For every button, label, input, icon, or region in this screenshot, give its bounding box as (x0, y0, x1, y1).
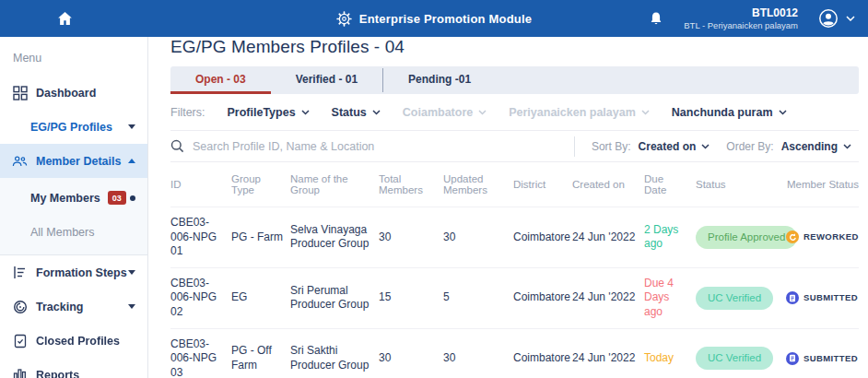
status-badge: UC Verified (696, 287, 773, 310)
expand-arrow-icon (128, 270, 135, 275)
cell-due-date: Today (644, 351, 696, 366)
sidebar-item-all-members[interactable]: All Members (0, 215, 147, 249)
sidebar-item-label: Dashboard (36, 87, 96, 100)
sidebar-item-member-details[interactable]: Member Details (0, 144, 147, 178)
filter-row: Filters: ProfileTypes Status Coiambatore… (170, 94, 859, 131)
cell-district: Coimbatore (513, 351, 572, 366)
dropdown-label: Created on (639, 140, 697, 153)
cell-updated-members: 30 (443, 230, 513, 245)
sidebar-item-label: Reports (36, 369, 79, 378)
table-row[interactable]: CBE03-006-NPG 02 EG Sri Perumal Producer… (170, 267, 859, 328)
cell-group-name: Sri Perumal Producer Group (290, 284, 379, 313)
member-status-label: SUBMITTED (803, 353, 858, 364)
tab-verified[interactable]: Verified - 01 (271, 66, 382, 94)
user-id: BTL0012 (684, 6, 798, 20)
dropdown-label: Ascending (781, 140, 838, 153)
cell-group-type: PG - Farm (231, 230, 290, 245)
top-header: Enterprise Promotion Module BTL0012 BTL … (0, 0, 868, 37)
user-info: BTL0012 BTL - Periyanaicken palayam (684, 6, 798, 31)
profile-types-dropdown[interactable]: ProfileTypes (228, 106, 310, 119)
dropdown-label: Periyanaicken palayam (509, 106, 636, 119)
cell-status: UC Verified (696, 347, 786, 370)
status-badge: Profile Approved (696, 226, 797, 249)
order-by-dropdown[interactable]: Ascending (781, 140, 851, 153)
table-row[interactable]: CBE03-006-NPG 01 PG - Farm Selva Vinayag… (170, 207, 859, 267)
cell-created-on: 24 Jun '2022 (572, 290, 644, 305)
tab-pending[interactable]: Pending -01 (383, 66, 496, 94)
chevron-down-icon (843, 144, 851, 149)
app-title: Enterprise Promotion Module (359, 12, 532, 26)
sidebar-item-formation-steps[interactable]: Formation Steps (0, 255, 147, 289)
cell-created-on: 24 Jun '2022 (572, 351, 644, 366)
status-dropdown[interactable]: Status (332, 106, 381, 119)
sidebar-item-dashboard[interactable]: Dashboard (0, 76, 147, 110)
cell-id: CBE03-006-NPG 03 (170, 337, 231, 378)
chevron-down-icon (701, 144, 710, 149)
filters-label: Filters: (170, 106, 205, 119)
tab-bar: Open - 03 Verified - 01 Pending -01 (170, 66, 859, 94)
table-header: ID Group Type Name of the Group Total Me… (170, 162, 859, 207)
sidebar-item-label: Member Details (36, 155, 121, 168)
tracking-icon (12, 300, 28, 314)
cell-created-on: 24 Jun '2022 (572, 230, 644, 245)
submitted-icon (786, 352, 799, 365)
search-input[interactable] (193, 140, 567, 153)
dropdown-label: Coiambatore (403, 106, 473, 119)
cell-group-type: EG (231, 290, 290, 305)
table-row[interactable]: CBE03-006-NPG 03 PG - Off Farm Sri Sakth… (170, 328, 859, 378)
dashboard-icon (12, 86, 28, 100)
sort-by-label: Sort By: (592, 140, 631, 153)
gear-icon (336, 11, 352, 27)
home-icon[interactable] (57, 11, 73, 26)
cell-group-name: Selva Vinayaga Producer Group (290, 223, 379, 252)
user-menu[interactable] (818, 8, 855, 29)
sidebar-item-closed-profiles[interactable]: Closed Profiles (0, 324, 147, 358)
main-content: EG/PG Members Profiles - 04 Open - 03 Ve… (148, 37, 868, 378)
column-header: Updated Members (443, 173, 513, 195)
sidebar-item-label: Closed Profiles (36, 335, 120, 348)
cell-status: Profile Approved (696, 226, 786, 249)
cell-member-status: SUBMITTED (786, 291, 865, 304)
column-header: Status (696, 179, 786, 190)
village-dropdown[interactable]: Nanchunda puram (672, 106, 787, 119)
sidebar-item-label: Tracking (36, 301, 83, 313)
column-header: Member Status (786, 179, 859, 190)
cell-group-type: PG - Off Farm (231, 344, 290, 372)
cell-updated-members: 30 (443, 351, 513, 366)
sort-by-dropdown[interactable]: Created on (639, 140, 710, 153)
tab-open[interactable]: Open - 03 (170, 66, 271, 94)
cell-member-status: REWORKED (786, 230, 866, 243)
sidebar-item-egpg-profiles[interactable]: EG/PG Profiles (0, 110, 147, 144)
divider (574, 136, 575, 157)
column-header: Group Type (231, 173, 290, 195)
submitted-icon (786, 291, 799, 304)
search-icon (170, 139, 184, 153)
reports-icon (12, 368, 28, 378)
district-dropdown: Coiambatore (403, 106, 487, 119)
dropdown-label: ProfileTypes (228, 106, 296, 119)
notification-bell-icon[interactable] (649, 10, 663, 27)
column-header: Total Members (379, 173, 443, 195)
cell-updated-members: 5 (443, 290, 513, 305)
chevron-down-icon (372, 110, 381, 115)
dropdown-label: Nanchunda puram (672, 106, 773, 119)
avatar-icon (818, 8, 839, 29)
sidebar-item-tracking[interactable]: Tracking (0, 289, 147, 324)
column-header: ID (170, 179, 231, 190)
sidebar-item-my-members[interactable]: My Members 03 (0, 181, 147, 215)
cell-district: Coimbatore (513, 290, 572, 305)
my-members-count-badge: 03 (108, 191, 126, 205)
column-header: Created on (572, 179, 644, 190)
cell-status: UC Verified (696, 287, 786, 310)
sidebar-item-label: My Members (30, 192, 100, 205)
column-header: Name of the Group (290, 173, 379, 195)
sidebar-item-label: Formation Steps (36, 266, 127, 279)
member-status-label: SUBMITTED (803, 292, 858, 303)
sidebar-item-reports[interactable]: Reports (0, 358, 147, 378)
dropdown-label: Status (332, 106, 367, 119)
member-details-submenu: My Members 03 All Members (0, 178, 147, 255)
expand-arrow-icon (128, 124, 135, 129)
page-title: EG/PG Members Profiles - 04 (170, 37, 859, 57)
cell-total-members: 15 (379, 290, 443, 305)
sidebar-menu-label: Menu (0, 37, 147, 76)
